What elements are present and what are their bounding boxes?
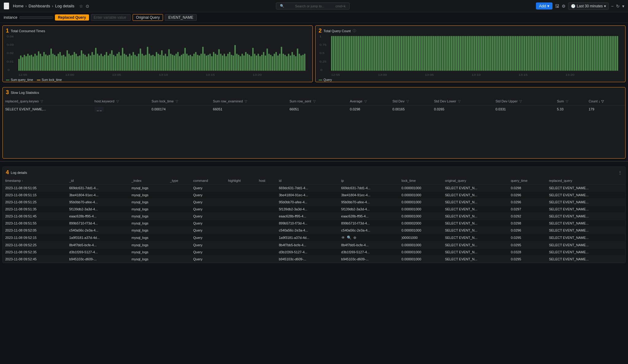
log-header-left: 4 Log details <box>6 169 27 176</box>
col-std-lower[interactable]: Std Dev Lower ▽ <box>432 97 493 105</box>
col-ip[interactable]: ip <box>339 177 399 185</box>
col-count[interactable]: Count ↓ ▽ <box>586 97 625 105</box>
breadcrumb-log-details[interactable]: Log details <box>55 4 74 8</box>
breadcrumb-home[interactable]: Home <box>13 4 24 8</box>
svg-rect-298 <box>545 36 547 71</box>
col-lock-time[interactable]: lock_time <box>399 177 443 185</box>
legend-query: Query <box>319 78 332 82</box>
cell-host <box>257 256 277 263</box>
time-picker[interactable]: 🕐 Last 30 minutes ▾ <box>568 2 609 10</box>
col-original-query[interactable]: original_query <box>443 177 508 185</box>
cell-sum-row-ex: 66051 <box>211 105 287 113</box>
cell-index: mysql_logs <box>129 249 168 256</box>
panel1-title: Total Consumed Times <box>11 29 45 33</box>
cell-index: mysql_logs <box>129 227 168 234</box>
col-sum-lock[interactable]: Sum lock_time ▽ <box>149 97 211 105</box>
refresh-chevron-icon[interactable]: ▾ <box>622 4 624 9</box>
col-std-upper[interactable]: Std Dev Upper ▽ <box>493 97 554 105</box>
col-index[interactable]: _index <box>129 177 168 185</box>
svg-text:13:00: 13:00 <box>65 73 74 76</box>
svg-rect-156 <box>288 54 289 71</box>
col-host[interactable]: host.keyword ▽ <box>92 97 149 105</box>
nav-right: Add ▾ 🖫 ⚙ 🕐 Last 30 minutes ▾ − ↻ ▾ <box>536 2 624 10</box>
svg-rect-315 <box>576 36 577 71</box>
add-button[interactable]: Add ▾ <box>536 2 552 10</box>
search-button[interactable]: 🔍 Search or jump to... cmd+k <box>276 2 350 10</box>
cell-id: 95b0bb70-afee-4... <box>67 199 129 206</box>
svg-rect-330 <box>603 36 604 71</box>
settings-icon[interactable]: ⚙ <box>562 4 566 9</box>
breadcrumb: Home › Dashboards › Log details <box>13 4 74 8</box>
col-sum-row-ex[interactable]: Sum row_examined ▽ <box>211 97 287 105</box>
svg-rect-178 <box>331 36 332 71</box>
cell-cmd: Query <box>191 199 226 206</box>
cell-orig: SELECT EVENT_N... <box>443 213 508 220</box>
original-query-button[interactable]: Original Query <box>133 14 163 21</box>
col-replaced-query[interactable]: replaced_query.keywo ▽ <box>3 97 92 105</box>
svg-rect-70 <box>134 55 136 71</box>
col-query-time[interactable]: query_time <box>508 177 546 185</box>
col-type[interactable]: _type <box>168 177 191 185</box>
cell-host <box>257 234 277 242</box>
instance-label: instance <box>4 15 17 20</box>
share-icon[interactable]: ⊙ <box>86 4 89 9</box>
log-details-menu-icon[interactable]: ⋮ <box>618 170 622 175</box>
save-dashboard-icon[interactable]: 🖫 <box>555 4 559 9</box>
breadcrumb-dashboards[interactable]: Dashboards <box>29 4 50 8</box>
col-command[interactable]: command <box>191 177 226 185</box>
cell-id: 1a9f3181-a37d-4d... <box>67 234 129 242</box>
cell-orig: SELECT EVENT_N... <box>443 242 508 249</box>
svg-rect-274 <box>502 36 504 71</box>
action-icon[interactable]: 👁 <box>341 236 345 240</box>
cell-id: 5f139db2-3a3d-4... <box>67 206 129 213</box>
variable-value-input[interactable]: Enter variable value <box>91 14 131 21</box>
cell-ts: 2023-11-08 09:52:05 <box>3 227 67 234</box>
col-id2[interactable]: id <box>276 177 339 185</box>
col-sum[interactable]: Sum ▽ <box>554 97 586 105</box>
col-id[interactable]: _id <box>67 177 129 185</box>
refresh-icon[interactable]: ↻ <box>616 4 620 9</box>
svg-rect-97 <box>183 54 184 71</box>
cell-orig: SELECT EVENT_N... <box>443 185 508 192</box>
cell-index: mysql_logs <box>129 242 168 249</box>
svg-rect-116 <box>216 55 218 71</box>
svg-rect-181 <box>336 36 338 71</box>
svg-rect-59 <box>115 56 116 71</box>
action-icon[interactable]: ⊕ <box>353 236 356 240</box>
col-host-log[interactable]: host <box>257 177 277 185</box>
instance-input[interactable] <box>19 16 53 19</box>
svg-rect-56 <box>109 54 110 71</box>
svg-rect-67 <box>129 54 130 71</box>
star-icon[interactable]: ☆ <box>79 4 83 9</box>
svg-rect-188 <box>349 36 350 71</box>
cell-lock: 0.000001000 <box>399 256 443 263</box>
svg-rect-216 <box>399 36 400 71</box>
svg-rect-267 <box>490 36 491 71</box>
cell-host: _ _ <box>92 105 149 113</box>
panel1-chart-area: 0.04 0.03 0.02 0.01 0 // This is inline … <box>3 35 312 78</box>
cell-cmd: Query <box>191 234 226 242</box>
cell-ip: 8b4f7bb5-bcfe-4... <box>339 242 399 249</box>
zoom-out-icon[interactable]: − <box>611 4 614 9</box>
svg-rect-102 <box>192 56 193 71</box>
replaced-query-button[interactable]: Replaced Query <box>55 14 89 21</box>
svg-rect-258 <box>474 36 475 71</box>
cell-orig: SELECT EVENT_N... <box>443 256 508 263</box>
svg-rect-68 <box>131 56 132 71</box>
hamburger-menu[interactable]: ☰ <box>4 2 9 10</box>
col-replaced-query-log[interactable]: replaced_query <box>546 177 625 185</box>
add-label: Add <box>539 4 546 8</box>
svg-rect-207 <box>383 36 384 71</box>
cell-type <box>168 185 191 192</box>
col-std-dev[interactable]: Std Dev ▽ <box>390 97 432 105</box>
svg-rect-20 <box>45 55 46 71</box>
event-name-button[interactable]: EVENT_NAME <box>165 14 196 21</box>
col-avg[interactable]: Average ▽ <box>347 97 390 105</box>
svg-rect-58 <box>113 55 114 71</box>
cell-type <box>168 227 191 234</box>
panel2-info-icon[interactable]: ⓘ <box>353 29 356 33</box>
col-highlight[interactable]: highlight <box>226 177 257 185</box>
col-sum-row-s[interactable]: Sum row_sent ▽ <box>287 97 347 105</box>
col-timestamp[interactable]: timestamp ↑ <box>3 177 67 185</box>
action-icon[interactable]: 🔍 <box>347 236 351 240</box>
